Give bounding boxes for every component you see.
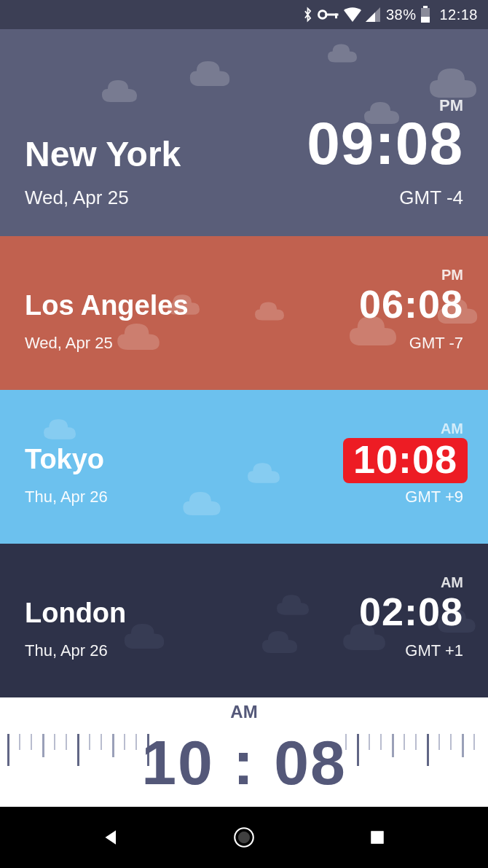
scrubber-ampm: AM [230,702,257,722]
city-card-london[interactable]: AM 02:08 London Thu, Apr 26 GMT +1 [0,544,488,697]
timezone-label: GMT +9 [405,488,463,507]
svg-rect-3 [423,6,428,8]
status-clock: 12:18 [439,7,478,23]
svg-rect-2 [335,14,337,19]
cell-signal-icon [366,7,380,22]
scrubber-time: 10 : 08 [141,731,347,794]
city-card-new-york[interactable]: PM 09:08 New York Wed, Apr 25 GMT -4 [0,29,488,236]
city-name: New York [25,134,181,174]
city-name: London [25,598,126,629]
bluetooth-icon [302,6,313,23]
date-label: Wed, Apr 25 [25,334,113,353]
timezone-label: GMT -4 [399,187,463,209]
wifi-icon [344,7,361,22]
date-label: Thu, Apr 26 [25,641,108,660]
svg-rect-8 [371,832,384,844]
ampm-label: AM [441,574,463,591]
vpn-key-icon [318,9,339,20]
android-nav-bar [0,807,488,868]
svg-rect-5 [421,17,430,23]
battery-icon [420,6,430,23]
battery-percent: 38% [386,7,417,23]
nav-back-button[interactable] [93,820,128,855]
nav-home-button[interactable] [227,820,261,855]
timezone-label: GMT -7 [409,334,463,353]
svg-point-0 [318,11,326,19]
world-clock-list: PM 09:08 New York Wed, Apr 25 GMT -4 PM … [0,29,488,697]
city-name: Tokyo [25,444,104,475]
time-value: 09:08 [307,114,463,173]
city-name: Los Angeles [25,290,189,321]
ampm-label: PM [441,267,463,284]
timezone-label: GMT +1 [405,641,463,660]
svg-point-7 [238,832,249,842]
time-value: 02:08 [359,592,463,631]
time-value: 06:08 [359,284,463,324]
city-card-tokyo[interactable]: AM 10:08 Tokyo Thu, Apr 26 GMT +9 [0,390,488,544]
city-card-los-angeles[interactable]: PM 06:08 Los Angeles Wed, Apr 25 GMT -7 [0,236,488,390]
time-value-highlighted: 10:08 [343,438,468,483]
nav-recents-button[interactable] [360,820,395,855]
date-label: Thu, Apr 26 [25,488,108,507]
status-bar: 38% 12:18 [0,0,488,29]
ampm-label: AM [441,421,463,437]
date-label: Wed, Apr 25 [25,187,129,209]
time-scrubber[interactable]: AM 10 : 08 [0,697,488,807]
